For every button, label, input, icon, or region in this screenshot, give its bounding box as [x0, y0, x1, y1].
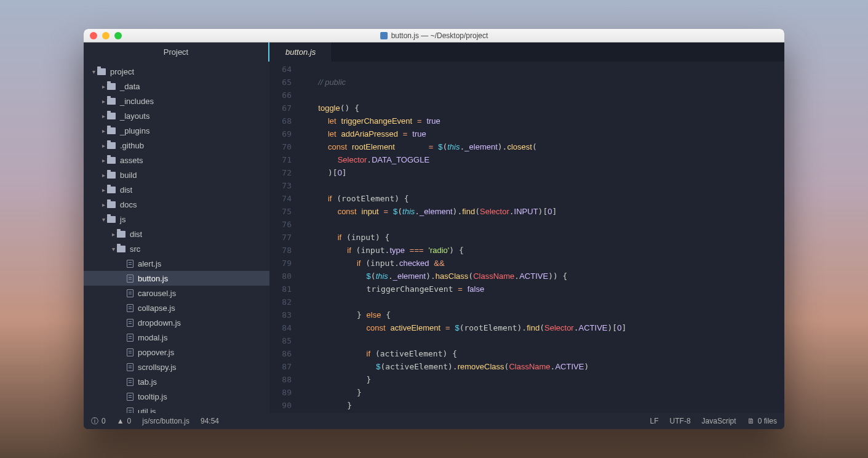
- tree-folder-_layouts[interactable]: ▸_layouts: [84, 108, 269, 123]
- tree-file-popover-js[interactable]: popover.js: [84, 345, 269, 360]
- tree-item-label: popover.js: [138, 348, 174, 357]
- tree-item-label: collapse.js: [138, 303, 175, 313]
- chevron-right-icon: ▸: [100, 98, 107, 105]
- file-tree[interactable]: ▾ project ▸_data▸_includes▸_layouts▸_plu…: [84, 62, 269, 413]
- chevron-down-icon: ▾: [90, 68, 97, 75]
- traffic-lights: [90, 32, 122, 39]
- tree-folder-js[interactable]: ▾js: [84, 212, 269, 227]
- tree-folder-_plugins[interactable]: ▸_plugins: [84, 123, 269, 138]
- tree-item-label: modal.js: [138, 333, 167, 342]
- file-icon: [127, 348, 133, 356]
- tree-root[interactable]: ▾ project: [84, 64, 269, 79]
- status-path[interactable]: js/src/button.js: [142, 417, 189, 425]
- tree-folder-dist[interactable]: ▸dist: [84, 182, 269, 197]
- tree-item-label: carousel.js: [138, 289, 176, 298]
- warning-icon: ▲: [117, 417, 124, 425]
- status-errors[interactable]: ⓘ 0: [91, 416, 106, 427]
- file-icon: [127, 275, 133, 283]
- tree-item-label: _layouts: [120, 111, 149, 121]
- tree-root-label: project: [110, 67, 134, 76]
- chevron-down-icon: ▾: [109, 246, 117, 252]
- editor-tab-button-js[interactable]: button.js: [269, 42, 332, 62]
- tree-item-label: src: [130, 244, 140, 254]
- tree-file-modal-js[interactable]: modal.js: [84, 330, 269, 345]
- tree-file-scrollspy-js[interactable]: scrollspy.js: [84, 360, 269, 374]
- code-content[interactable]: // public toggle() { let triggerChangeEv…: [299, 62, 717, 413]
- file-icon: [127, 408, 133, 414]
- folder-icon: [107, 187, 116, 193]
- status-bar: ⓘ 0 ▲ 0 js/src/button.js 94:54 LF UTF-8 …: [84, 413, 784, 429]
- code-editor[interactable]: 64 65 66 67 68 69 70 71 72 73 74 75 76 7…: [269, 62, 784, 413]
- tree-item-label: _includes: [120, 97, 154, 106]
- chevron-right-icon: ▸: [100, 83, 107, 90]
- close-button[interactable]: [90, 32, 97, 39]
- tab-bar-empty: [332, 42, 784, 62]
- tree-item-label: scrollspy.js: [138, 363, 177, 372]
- status-eol[interactable]: LF: [650, 417, 659, 425]
- file-icon: [127, 289, 133, 297]
- tree-folder-assets[interactable]: ▸assets: [84, 153, 269, 167]
- chevron-right-icon: ▸: [100, 157, 107, 164]
- status-files[interactable]: 🗎 0 files: [747, 417, 777, 425]
- tree-item-label: alert.js: [138, 259, 161, 268]
- tree-item-label: dropdown.js: [138, 318, 181, 327]
- tree-item-label: tooltip.js: [138, 392, 167, 401]
- tab-bar: Project button.js: [84, 42, 784, 62]
- tree-folder-dist[interactable]: ▸dist: [84, 227, 269, 241]
- chevron-down-icon: ▾: [100, 216, 107, 223]
- file-icon: [127, 319, 133, 327]
- tree-file-dropdown-js[interactable]: dropdown.js: [84, 315, 269, 330]
- tree-file-tab-js[interactable]: tab.js: [84, 374, 269, 389]
- tree-folder-build[interactable]: ▸build: [84, 167, 269, 182]
- chevron-right-icon: ▸: [100, 187, 107, 193]
- tree-file-tooltip-js[interactable]: tooltip.js: [84, 389, 269, 404]
- files-icon: 🗎: [747, 417, 755, 425]
- titlebar[interactable]: button.js — ~/Desktop/project: [84, 29, 784, 42]
- tree-folder-_data[interactable]: ▸_data: [84, 79, 269, 94]
- tree-folder--github[interactable]: ▸.github: [84, 138, 269, 153]
- tree-item-label: docs: [120, 200, 137, 209]
- status-encoding[interactable]: UTF-8: [670, 417, 691, 425]
- folder-icon: [107, 98, 116, 105]
- tree-file-util-js[interactable]: util.js: [84, 404, 269, 413]
- folder-icon: [107, 157, 116, 164]
- chevron-right-icon: ▸: [100, 113, 107, 119]
- window-title-text: button.js — ~/Desktop/project: [391, 31, 488, 40]
- file-icon: [127, 260, 133, 268]
- minimap[interactable]: [717, 62, 784, 413]
- tree-item-label: tab.js: [138, 377, 157, 387]
- sidebar-tab-project[interactable]: Project: [84, 42, 269, 62]
- folder-icon: [97, 68, 106, 75]
- app-icon: [380, 32, 388, 39]
- tree-file-alert-js[interactable]: alert.js: [84, 256, 269, 271]
- tree-folder-docs[interactable]: ▸docs: [84, 197, 269, 212]
- file-icon: [127, 363, 133, 371]
- tree-item-label: _data: [120, 82, 140, 91]
- tree-item-label: build: [120, 171, 137, 180]
- folder-icon: [107, 113, 116, 119]
- line-gutter: 64 65 66 67 68 69 70 71 72 73 74 75 76 7…: [269, 62, 299, 413]
- chevron-right-icon: ▸: [100, 142, 107, 149]
- tree-file-carousel-js[interactable]: carousel.js: [84, 286, 269, 300]
- folder-icon: [107, 172, 116, 179]
- folder-icon: [107, 83, 116, 90]
- file-icon: [127, 378, 133, 386]
- status-language[interactable]: JavaScript: [702, 417, 736, 425]
- tree-folder-src[interactable]: ▾src: [84, 241, 269, 256]
- maximize-button[interactable]: [114, 32, 122, 39]
- status-cursor[interactable]: 94:54: [201, 417, 219, 425]
- chevron-right-icon: ▸: [109, 231, 117, 238]
- error-icon: ⓘ: [91, 416, 98, 427]
- tree-file-button-js[interactable]: button.js: [84, 271, 269, 286]
- folder-icon: [107, 216, 116, 223]
- chevron-right-icon: ▸: [100, 127, 107, 134]
- minimize-button[interactable]: [102, 32, 109, 39]
- status-warnings[interactable]: ▲ 0: [117, 417, 132, 425]
- tree-item-label: .github: [120, 141, 144, 150]
- tree-file-collapse-js[interactable]: collapse.js: [84, 300, 269, 315]
- tree-folder-_includes[interactable]: ▸_includes: [84, 94, 269, 108]
- tree-item-label: _plugins: [120, 126, 149, 135]
- window-body: ▾ project ▸_data▸_includes▸_layouts▸_plu…: [84, 62, 784, 413]
- tree-item-label: util.js: [138, 407, 156, 414]
- window-title: button.js — ~/Desktop/project: [380, 31, 488, 40]
